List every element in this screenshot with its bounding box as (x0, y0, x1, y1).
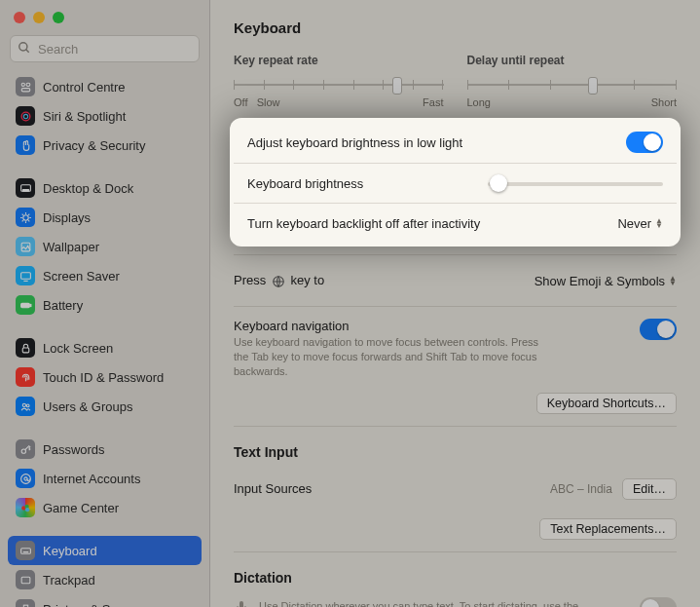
sidebar-item-printers-scanners[interactable]: Printers & Scanners (8, 594, 202, 607)
settings-nav: Control CentreSiri & SpotlightPrivacy & … (8, 72, 202, 607)
sidebar-item-keyboard[interactable]: Keyboard (8, 536, 202, 565)
svg-rect-14 (22, 347, 29, 352)
slider-end-off: Off (234, 96, 247, 108)
hand-icon (16, 135, 35, 155)
sidebar-item-label: Displays (43, 210, 91, 225)
search-icon (18, 41, 31, 55)
screensaver-icon (16, 266, 35, 285)
key-icon (16, 439, 35, 459)
sidebar-item-internet-accounts[interactable]: Internet Accounts (8, 464, 202, 493)
keyboard-shortcuts-button[interactable]: Keyboard Shortcuts… (536, 393, 677, 414)
sidebar-item-label: Printers & Scanners (43, 602, 156, 608)
sidebar-item-label: Lock Screen (43, 341, 113, 356)
users-icon (16, 397, 35, 416)
delay-until-repeat-slider[interactable] (467, 75, 678, 95)
sidebar-item-control-centre[interactable]: Control Centre (8, 72, 202, 101)
svg-rect-13 (29, 304, 30, 306)
window-traffic-lights (8, 10, 202, 33)
sidebar-item-privacy-security[interactable]: Privacy & Security (8, 131, 202, 160)
trackpad-icon (16, 570, 35, 589)
keyboard-navigation-toggle[interactable] (640, 319, 677, 340)
svg-rect-11 (20, 272, 30, 279)
text-replacements-button[interactable]: Text Replacements… (539, 518, 677, 540)
key-repeat-rate-slider[interactable] (234, 75, 444, 95)
delay-until-repeat-label: Delay until repeat (467, 54, 678, 67)
page-title: Keyboard (234, 19, 677, 36)
close-window-button[interactable] (14, 12, 25, 23)
keyboard-navigation-desc: Use keyboard navigation to move focus be… (234, 335, 555, 379)
sidebar-item-battery[interactable]: Battery (8, 290, 202, 320)
svg-point-5 (21, 112, 30, 121)
globe-icon (272, 275, 285, 288)
sidebar-item-displays[interactable]: Displays (8, 203, 202, 232)
keyboard-brightness-slider[interactable] (488, 173, 663, 193)
dock-icon (16, 178, 35, 198)
svg-rect-23 (20, 548, 30, 552)
svg-point-17 (21, 448, 25, 452)
svg-rect-3 (26, 83, 30, 86)
wallpaper-icon (16, 237, 35, 256)
keyboard-icon (16, 541, 35, 560)
sidebar-item-trackpad[interactable]: Trackpad (8, 565, 202, 594)
sidebar-item-label: Control Centre (43, 80, 126, 95)
globe-key-action-dropdown[interactable]: Show Emoji & Symbols ▲▼ (534, 274, 677, 288)
sidebar-item-label: Users & Groups (43, 399, 132, 414)
battery-icon (16, 295, 35, 315)
svg-point-2 (21, 83, 24, 86)
key-repeat-rate-label: Key repeat rate (234, 54, 444, 67)
text-input-heading: Text Input (234, 444, 677, 460)
sidebar-item-label: Internet Accounts (43, 472, 140, 486)
dictation-toggle[interactable] (640, 597, 677, 607)
zoom-window-button[interactable] (53, 12, 64, 23)
svg-rect-24 (21, 577, 30, 584)
sidebar-item-desktop-dock[interactable]: Desktop & Dock (8, 173, 202, 203)
keyboard-navigation-label: Keyboard navigation (234, 319, 555, 333)
sidebar-item-label: Game Center (43, 501, 119, 515)
svg-line-1 (26, 50, 29, 53)
sidebar-item-siri-spotlight[interactable]: Siri & Spotlight (8, 101, 202, 131)
sidebar-item-wallpaper[interactable]: Wallpaper (8, 232, 202, 261)
svg-rect-4 (21, 88, 30, 91)
auto-brightness-label: Adjust keyboard brightness in low light (247, 135, 462, 150)
sidebar-item-label: Passwords (43, 442, 105, 457)
sidebar-item-lock-screen[interactable]: Lock Screen (8, 333, 202, 362)
lock-icon (16, 338, 35, 358)
minimize-window-button[interactable] (33, 12, 45, 23)
input-sources-value: ABC – India (550, 482, 612, 496)
displays-icon (16, 208, 35, 227)
auto-brightness-toggle[interactable] (626, 132, 663, 153)
keyboard-brightness-label: Keyboard brightness (247, 176, 363, 191)
sidebar-item-label: Trackpad (43, 573, 95, 588)
svg-point-9 (22, 214, 27, 219)
printer-icon (16, 599, 35, 607)
edit-input-sources-button[interactable]: Edit… (622, 478, 677, 500)
sidebar-item-passwords[interactable]: Passwords (8, 435, 202, 464)
sidebar-item-label: Screen Saver (43, 269, 120, 284)
sidebar-item-label: Touch ID & Password (43, 370, 164, 385)
at-icon (16, 469, 35, 488)
svg-point-15 (22, 403, 25, 406)
backlight-off-value: Never (617, 216, 651, 231)
sidebar-item-label: Siri & Spotlight (43, 109, 126, 124)
sidebar-item-label: Battery (43, 298, 83, 313)
search-input[interactable] (10, 35, 200, 62)
svg-point-6 (23, 114, 27, 118)
dictation-desc: Use Dictation wherever you can type text… (259, 599, 609, 607)
sidebar-item-game-center[interactable]: Game Center (8, 493, 202, 522)
sidebar-item-touch-id-password[interactable]: Touch ID & Password (8, 362, 202, 392)
sidebar-item-label: Desktop & Dock (43, 181, 133, 196)
chevron-up-down-icon: ▲▼ (655, 218, 663, 228)
sidebar-item-label: Keyboard (43, 544, 97, 558)
sidebar-item-screen-saver[interactable]: Screen Saver (8, 261, 202, 290)
svg-point-0 (19, 43, 27, 51)
globe-key-label: Press key to (234, 273, 324, 288)
sidebar-item-users-groups[interactable]: Users & Groups (8, 392, 202, 421)
svg-rect-12 (20, 303, 29, 307)
control-centre-icon (16, 77, 35, 96)
backlight-off-dropdown[interactable]: Never ▲▼ (617, 216, 663, 231)
sidebar-item-label: Wallpaper (43, 240, 99, 254)
backlight-off-label: Turn keyboard backlight off after inacti… (247, 216, 480, 231)
input-sources-label: Input Sources (234, 481, 312, 496)
fingerprint-icon (16, 367, 35, 387)
svg-point-16 (26, 404, 29, 407)
